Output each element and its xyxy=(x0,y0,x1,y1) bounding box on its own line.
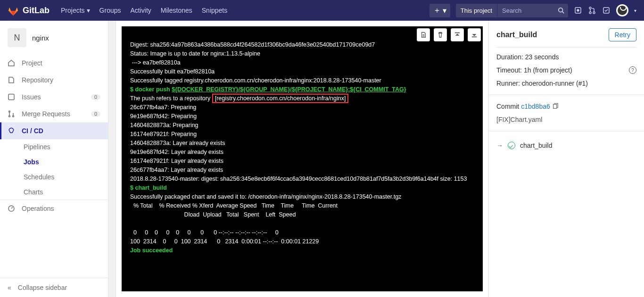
search-scope[interactable]: This project xyxy=(456,4,497,17)
sidebar-item-operations[interactable]: Operations xyxy=(0,200,108,217)
sidebar-sub-charts[interactable]: Charts xyxy=(0,185,108,200)
stage-name: chart_build xyxy=(520,142,553,149)
merge-request-icon[interactable] xyxy=(588,6,596,15)
doc-icon xyxy=(8,76,15,84)
svg-line-1 xyxy=(562,12,564,14)
merge-icon xyxy=(8,110,15,118)
pipeline-stage-row[interactable]: → chart_build xyxy=(496,139,636,152)
retry-button[interactable]: Retry xyxy=(609,28,636,41)
timeout-value: 1h (from project) xyxy=(524,66,572,74)
nav-milestones[interactable]: Milestones xyxy=(161,7,192,14)
sidebar-item-merge-requests[interactable]: Merge Requests0 xyxy=(0,105,108,122)
sidebar-sub-jobs[interactable]: Jobs xyxy=(0,154,108,169)
project-header[interactable]: N nginx xyxy=(0,21,108,55)
svg-point-9 xyxy=(9,111,10,112)
commit-sha-link[interactable]: c1bd8ba6 xyxy=(521,103,550,110)
help-icon[interactable]: ? xyxy=(629,66,636,74)
sidebar-item-cicd[interactable]: CI / CD xyxy=(0,122,108,139)
svg-point-10 xyxy=(9,116,10,117)
collapse-sidebar[interactable]: «Collapse sidebar xyxy=(0,278,108,297)
mr-badge: 0 xyxy=(91,111,100,117)
svg-point-11 xyxy=(13,116,14,117)
home-icon xyxy=(8,59,15,67)
svg-point-6 xyxy=(593,12,595,14)
top-right: ＋▾ This project ▾ xyxy=(429,4,636,17)
status-passed-icon xyxy=(508,142,515,149)
top-bar: GitLab Projects▾ Groups Activity Milesto… xyxy=(0,0,644,21)
main-nav: Projects▾ Groups Activity Milestones Sni… xyxy=(61,7,227,14)
gauge-icon xyxy=(8,205,15,212)
sidebar-item-issues[interactable]: Issues0 xyxy=(0,88,108,105)
chevron-down-icon: ▾ xyxy=(443,6,446,15)
search-wrap: This project xyxy=(456,4,568,17)
raw-log-button[interactable] xyxy=(417,28,430,41)
gitlab-logo-icon xyxy=(8,5,19,16)
scroll-top-button[interactable] xyxy=(451,28,464,41)
search-input[interactable] xyxy=(497,4,554,17)
job-title: chart_build xyxy=(496,31,537,39)
new-button[interactable]: ＋▾ xyxy=(429,4,450,17)
log-toolbar xyxy=(417,28,481,41)
sidebar-sub-schedules[interactable]: Schedules xyxy=(0,169,108,185)
chevron-down-icon[interactable]: ▾ xyxy=(634,8,636,13)
brand: GitLab xyxy=(23,6,50,16)
rocket-icon xyxy=(8,127,15,135)
issues-icon xyxy=(8,93,15,101)
project-name: nginx xyxy=(32,34,49,42)
nav-activity[interactable]: Activity xyxy=(131,7,151,14)
job-log-area: Digest: sha256:4a97b863a4386ba588cd4f264… xyxy=(116,21,488,297)
todos-icon[interactable] xyxy=(602,6,611,15)
chevron-down-icon: ▾ xyxy=(87,7,90,14)
svg-point-4 xyxy=(589,7,591,9)
user-avatar[interactable] xyxy=(616,4,628,16)
svg-rect-13 xyxy=(553,104,556,109)
chevron-left-icon: « xyxy=(8,284,11,291)
erase-log-button[interactable] xyxy=(434,28,447,41)
sidebar: N nginx Project Repository Issues0 Merge… xyxy=(0,21,108,297)
copy-icon[interactable] xyxy=(552,103,559,110)
nav-groups[interactable]: Groups xyxy=(99,7,121,14)
sidebar-item-project[interactable]: Project xyxy=(0,55,108,72)
nav-snippets[interactable]: Snippets xyxy=(202,7,227,14)
plus-icon: ＋ xyxy=(433,6,441,16)
svg-point-5 xyxy=(589,12,591,14)
issues-badge: 0 xyxy=(91,94,100,100)
arrow-right-icon: → xyxy=(496,142,503,149)
sidebar-item-repository[interactable]: Repository xyxy=(0,72,108,88)
nav-projects[interactable]: Projects▾ xyxy=(61,7,90,14)
commit-message: [FIX]Chart.yaml xyxy=(496,116,636,123)
project-avatar: N xyxy=(8,28,26,47)
issues-icon[interactable] xyxy=(574,6,582,15)
runner-value: choerodon-runner (#1) xyxy=(522,80,588,87)
svg-point-0 xyxy=(559,8,563,12)
svg-rect-8 xyxy=(8,94,14,100)
terminal-output[interactable]: Digest: sha256:4a97b863a4386ba588cd4f264… xyxy=(122,26,483,291)
sidebar-sub-pipelines[interactable]: Pipelines xyxy=(0,139,108,154)
svg-point-3 xyxy=(577,9,579,11)
job-sidebar: chart_build Retry Duration: 23 seconds T… xyxy=(488,21,644,297)
scroll-gutter[interactable] xyxy=(108,21,116,297)
duration-value: 23 seconds xyxy=(525,53,559,61)
search-icon[interactable] xyxy=(554,6,568,15)
scroll-bottom-button[interactable] xyxy=(468,28,481,41)
